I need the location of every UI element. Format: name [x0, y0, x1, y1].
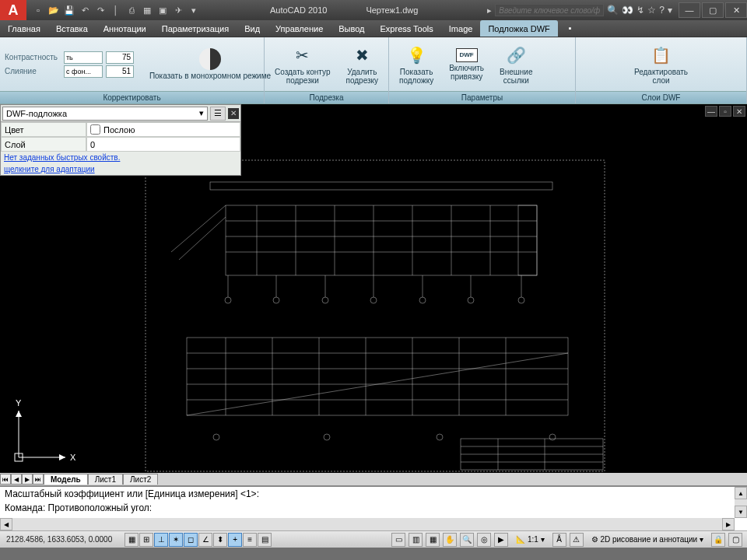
qview-drawings[interactable]: ▦: [426, 533, 440, 547]
contrast-value[interactable]: [106, 51, 134, 64]
doc-restore-button[interactable]: ▫: [719, 106, 731, 117]
create-clip-button[interactable]: ✂ Создать контур подрезки: [269, 42, 336, 87]
plot-icon[interactable]: ▦: [140, 3, 154, 17]
clean-screen-icon[interactable]: ▢: [728, 533, 742, 547]
monochrome-button[interactable]: Показать в монохромном режиме: [139, 46, 282, 82]
chevron-down-icon: ▾: [199, 108, 204, 118]
qp-toggle[interactable]: ▤: [258, 533, 272, 547]
polar-toggle[interactable]: ✶: [169, 533, 183, 547]
help-dropdown-icon[interactable]: ▾: [668, 5, 672, 16]
maximize-button[interactable]: ▢: [702, 2, 724, 18]
tab-manage[interactable]: Управление: [268, 20, 331, 37]
help-icon[interactable]: ?: [659, 5, 665, 16]
prop-options-button[interactable]: ☰: [210, 107, 226, 121]
app-menu-button[interactable]: A: [0, 0, 26, 20]
monochrome-icon: [199, 48, 221, 70]
layout-next-button[interactable]: ▶: [22, 474, 33, 485]
zoom-icon[interactable]: 🔍: [460, 533, 474, 547]
favorite-icon[interactable]: ☆: [647, 5, 656, 16]
tab-insert[interactable]: Вставка: [48, 20, 96, 37]
tab-annotations[interactable]: Аннотации: [96, 20, 154, 37]
binoculars-icon[interactable]: 👀: [622, 5, 633, 16]
showmotion-icon[interactable]: ▶: [494, 533, 508, 547]
publish-icon[interactable]: ✈: [171, 3, 185, 17]
ducs-toggle[interactable]: ⬍: [213, 533, 227, 547]
pan-icon[interactable]: ✋: [443, 533, 457, 547]
coordinates[interactable]: 2128.4586, 1633.6053, 0.0000: [0, 535, 118, 544]
prop-val-color[interactable]: Послою: [86, 122, 240, 137]
search-chevron-icon[interactable]: ▸: [487, 5, 492, 16]
layout-tab-sheet1[interactable]: Лист1: [88, 474, 123, 485]
tab-overflow-icon[interactable]: ▪: [564, 20, 577, 37]
cmd-scroll-up[interactable]: ▲: [735, 487, 747, 499]
tab-image[interactable]: Image: [441, 20, 481, 37]
prop-val-layer[interactable]: 0: [86, 137, 240, 152]
bylayer-checkbox[interactable]: [90, 124, 100, 135]
snap-toggle[interactable]: ▦: [124, 533, 139, 547]
save-icon[interactable]: 💾: [62, 3, 76, 17]
qview-layouts[interactable]: ▥: [409, 533, 423, 547]
app-title: AutoCAD 2010: [262, 4, 335, 16]
enable-snap-button[interactable]: DWF Включить привязку: [444, 46, 489, 83]
doc-minimize-button[interactable]: —: [705, 106, 717, 117]
layout-tab-sheet2[interactable]: Лист2: [123, 474, 158, 485]
search-input[interactable]: [495, 4, 604, 16]
layout-prev-button[interactable]: ◀: [11, 474, 22, 485]
drawing-area[interactable]: — ▫ ✕ DWF-подложка▾ ☰ ✕ Цвет Послою Слой…: [0, 104, 747, 485]
tab-parametrize[interactable]: Параметризация: [154, 20, 237, 37]
fade-combo[interactable]: [64, 65, 103, 78]
toolbar-lock-icon[interactable]: 🔒: [711, 533, 725, 547]
tab-express[interactable]: Express Tools: [373, 20, 441, 37]
prop-close-button[interactable]: ✕: [228, 108, 239, 119]
lwt-toggle[interactable]: ≡: [243, 533, 257, 547]
grid-toggle[interactable]: ⊞: [139, 533, 153, 547]
layout-tab-model[interactable]: Модель: [44, 474, 88, 485]
qat-dropdown-icon[interactable]: ▾: [187, 3, 201, 17]
minimize-button[interactable]: —: [679, 2, 700, 18]
layout-last-button[interactable]: ⏭: [33, 474, 44, 485]
open-icon[interactable]: 📂: [47, 3, 61, 17]
new-icon[interactable]: ▫: [31, 3, 45, 17]
ribbon-tabs: Главная Вставка Аннотации Параметризация…: [0, 20, 747, 37]
doc-close-button[interactable]: ✕: [733, 106, 745, 117]
contrast-slider-field[interactable]: [64, 51, 103, 64]
search-icon[interactable]: 🔍: [607, 5, 619, 16]
ortho-toggle[interactable]: ⊥: [154, 533, 168, 547]
redo-icon[interactable]: ↷: [93, 3, 107, 17]
object-type-combo[interactable]: DWF-подложка▾: [2, 107, 208, 121]
cmd-scroll-down[interactable]: ▼: [735, 506, 747, 518]
tab-view[interactable]: Вид: [237, 20, 268, 37]
annotation-scale[interactable]: 📐 1:1 ▾: [511, 535, 549, 544]
prop-key-layer: Слой: [1, 137, 86, 152]
tab-home[interactable]: Главная: [0, 20, 48, 37]
key-icon[interactable]: ↯: [637, 5, 644, 16]
cmd-scroll-right[interactable]: ▶: [722, 518, 735, 530]
show-underlay-button[interactable]: 💡 Показать подложку: [394, 42, 439, 87]
fade-value[interactable]: [106, 65, 134, 78]
layout-first-button[interactable]: ⏮: [0, 474, 11, 485]
tab-dwf-underlay[interactable]: Подложка DWF: [480, 20, 557, 37]
preview-icon[interactable]: ▣: [156, 3, 170, 17]
cmd-scroll-left[interactable]: ◀: [0, 518, 12, 530]
undo-icon[interactable]: ↶: [78, 3, 92, 17]
tab-output[interactable]: Вывод: [331, 20, 372, 37]
model-paper-toggle[interactable]: ▭: [391, 533, 405, 547]
xrefs-button[interactable]: 🔗 Внешние ссылки: [494, 42, 538, 87]
command-line[interactable]: Масштабный коэффициент или [Единица изме…: [0, 485, 747, 530]
print-icon[interactable]: ⎙: [124, 3, 139, 17]
annovis-toggle[interactable]: ⚠: [570, 533, 584, 547]
close-button[interactable]: ✕: [725, 2, 747, 18]
steering-wheel-icon[interactable]: ◎: [477, 533, 491, 547]
osnap-toggle[interactable]: ◻: [184, 533, 198, 547]
workspace-switcher[interactable]: ⚙ 2D рисование и аннотации ▾: [587, 535, 708, 544]
svg-text:Y: Y: [16, 398, 22, 408]
svg-point-15: [225, 297, 231, 303]
annoscale-toggle[interactable]: Å: [552, 533, 566, 547]
edit-layers-button[interactable]: 📋 Редактировать слои: [629, 42, 693, 87]
delete-clip-button[interactable]: ✖ Удалить подрезку: [341, 42, 384, 87]
otrack-toggle[interactable]: ∠: [198, 533, 212, 547]
customize-link[interactable]: щелкните для адаптации: [1, 163, 240, 175]
svg-rect-30: [187, 338, 568, 415]
dyn-toggle[interactable]: +: [228, 533, 242, 547]
no-quick-props-link[interactable]: Нет заданных быстрых свойств.: [1, 152, 240, 163]
